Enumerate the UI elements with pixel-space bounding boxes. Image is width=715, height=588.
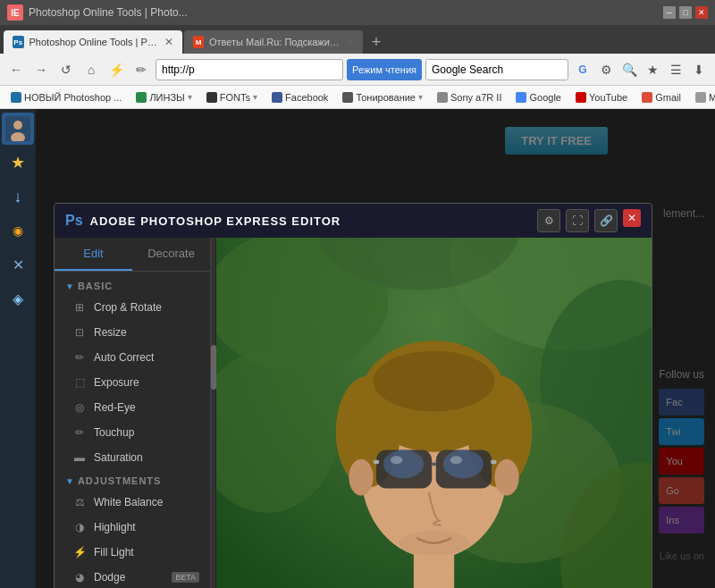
ps-logo: Ps <box>65 213 83 229</box>
nav-rss-button[interactable]: ☰ <box>665 59 686 80</box>
tab-title-photoshop: Photoshop Online Tools | Photo... <box>29 37 160 47</box>
user-portrait <box>5 116 30 141</box>
tool-touchup[interactable]: ✏ Touchup <box>55 420 210 445</box>
forward-button[interactable]: → <box>30 59 52 80</box>
exposure-label: Exposure <box>94 376 139 389</box>
tab-favicon-mail: М <box>193 36 204 48</box>
tool-auto-correct[interactable]: ✏ Auto Correct <box>55 345 210 370</box>
tool-resize[interactable]: ⊡ Resize <box>55 320 210 345</box>
tab-bar: Ps Photoshop Online Tools | Photo... ✕ М… <box>0 25 715 54</box>
svg-point-20 <box>494 459 518 496</box>
tool-saturation[interactable]: ▬ Saturation <box>55 445 210 470</box>
maximize-button[interactable]: □ <box>679 6 692 19</box>
sidebar-tools-icon[interactable]: ✕ <box>2 248 34 281</box>
svg-point-26 <box>383 450 424 479</box>
sidebar-download-icon[interactable]: ↓ <box>2 181 34 213</box>
bookmark-favicon-ps <box>11 92 21 103</box>
tool-dodge[interactable]: ◕ Dodge BETA <box>55 565 210 588</box>
svg-rect-25 <box>491 460 497 465</box>
nav-download-button[interactable]: ⬇ <box>688 59 710 80</box>
tab-decorate[interactable]: Decorate <box>132 238 210 271</box>
sidebar-user-icon <box>2 113 34 145</box>
photo-svg <box>216 238 652 588</box>
nav-g-button[interactable]: G <box>572 59 593 80</box>
address-bar[interactable] <box>156 59 343 80</box>
bookmark-favicon-fonts <box>206 92 217 103</box>
nav-star-button[interactable]: ★ <box>642 59 663 80</box>
minimize-button[interactable]: ─ <box>663 6 676 19</box>
nav-settings-button[interactable]: ⚙ <box>595 59 617 80</box>
adjustments-section-label: ADJUSTMENTS <box>78 475 162 486</box>
sidebar-icons: ★ ↓ ◉ ✕ ◈ <box>0 109 36 588</box>
editor-title-icons: ⚙ ⛶ 🔗 ✕ <box>537 209 641 232</box>
editor-title: ADOBE PHOTOSHOP EXPRESS EDITOR <box>90 214 530 228</box>
tab-mail[interactable]: М Ответы Mail.Ru: Подскажите он... ✕ <box>184 30 363 54</box>
tool-crop-rotate[interactable]: ⊞ Crop & Rotate <box>55 295 210 320</box>
editor-fullscreen-button[interactable]: ⛶ <box>566 209 589 232</box>
close-window-button[interactable]: ✕ <box>695 6 708 19</box>
tab-close-photoshop[interactable]: ✕ <box>164 36 173 48</box>
resize-label: Resize <box>94 326 127 339</box>
tool-white-balance[interactable]: ⚖ White Balance <box>55 490 210 515</box>
dodge-beta-badge: BETA <box>172 572 199 583</box>
search-input[interactable] <box>425 59 568 80</box>
tool-fill-light[interactable]: ⚡ Fill Light <box>55 540 210 565</box>
bookmark-fonts[interactable]: FONTs ▾ <box>201 90 263 105</box>
lightning-button[interactable]: ⚡ <box>105 59 127 80</box>
dodge-icon: ◕ <box>72 570 87 584</box>
nav-search-button[interactable]: 🔍 <box>618 59 640 80</box>
dodge-label: Dodge <box>94 571 125 584</box>
tab-close-mail[interactable]: ✕ <box>345 36 354 48</box>
browser-favicon: IE <box>7 4 23 21</box>
bookmark-linzy[interactable]: ЛИНЗЫ ▾ <box>130 90 197 105</box>
sidebar-rss-icon[interactable]: ◉ <box>2 214 34 247</box>
bookmark-favicon-fb <box>272 92 282 103</box>
tools-list: ▼ BASIC ⊞ Crop & Rotate ⊡ Resize ✏ <box>55 272 210 588</box>
bookmark-facebook[interactable]: Facebook <box>266 90 333 105</box>
red-eye-icon: ◎ <box>72 400 87 415</box>
svg-point-19 <box>349 459 373 496</box>
bookmark-favicon-toning <box>342 92 353 103</box>
auto-correct-icon: ✏ <box>72 350 87 365</box>
bookmark-label-gmail: Gmail <box>655 92 681 103</box>
home-button[interactable]: ⌂ <box>80 59 102 80</box>
tool-highlight[interactable]: ◑ Highlight <box>55 515 210 540</box>
editor-share-button[interactable]: 🔗 <box>594 209 618 232</box>
new-tab-button[interactable]: + <box>365 30 388 54</box>
editor-settings-button[interactable]: ⚙ <box>537 209 560 232</box>
editor-left-panel: Edit Decorate ▼ BASIC ⊞ Crop & Rotate <box>55 238 211 588</box>
tab-title-mail: Ответы Mail.Ru: Подскажите он... <box>209 37 340 47</box>
bookmark-photoshop[interactable]: НОВЫЙ Photoshop ... <box>5 90 127 105</box>
bookmark-toning[interactable]: Тонирование ▾ <box>337 90 428 105</box>
editor-title-bar: Ps ADOBE PHOTOSHOP EXPRESS EDITOR ⚙ ⛶ 🔗 … <box>55 204 652 238</box>
back-button[interactable]: ← <box>5 59 27 80</box>
basic-triangle-icon: ▼ <box>65 281 74 291</box>
fill-light-icon: ⚡ <box>72 545 87 559</box>
bookmark-gmail[interactable]: Gmail <box>636 90 686 105</box>
reader-mode-button[interactable]: Режим чтения <box>347 59 422 80</box>
bookmark-label-ma: Ма... <box>709 92 715 103</box>
tab-photoshop[interactable]: Ps Photoshop Online Tools | Photo... ✕ <box>4 30 182 54</box>
highlight-label: Highlight <box>94 521 136 533</box>
bookmark-favicon-ma <box>695 92 706 103</box>
reload-button[interactable]: ↺ <box>55 59 77 80</box>
tool-red-eye[interactable]: ◎ Red-Eye <box>55 395 210 420</box>
bookmark-favicon-sony <box>437 92 448 103</box>
editor-close-button[interactable]: ✕ <box>623 209 641 227</box>
bookmark-youtube[interactable]: YouTube <box>570 90 633 105</box>
bookmark-sony[interactable]: Sony a7R II <box>432 90 507 105</box>
sidebar-game-icon[interactable]: ◈ <box>2 282 34 315</box>
bookmark-label-linzy: ЛИНЗЫ <box>149 92 184 103</box>
sidebar-star-icon[interactable]: ★ <box>2 147 34 179</box>
page-area: ★ ↓ ◉ ✕ ◈ TRY IT FREE lement... Adobe Pr… <box>0 109 715 588</box>
image-area <box>216 238 652 588</box>
tool-exposure[interactable]: ⬚ Exposure <box>55 370 210 395</box>
bookmark-google[interactable]: Google <box>510 90 566 105</box>
white-balance-icon: ⚖ <box>72 495 87 509</box>
edit-button[interactable]: ✏ <box>130 59 152 80</box>
svg-point-30 <box>399 531 469 555</box>
tab-edit[interactable]: Edit <box>55 238 132 271</box>
bookmark-ma[interactable]: Ма... <box>690 90 715 105</box>
bookmarks-bar: НОВЫЙ Photoshop ... ЛИНЗЫ ▾ FONTs ▾ Face… <box>0 86 715 109</box>
saturation-icon: ▬ <box>72 450 87 465</box>
